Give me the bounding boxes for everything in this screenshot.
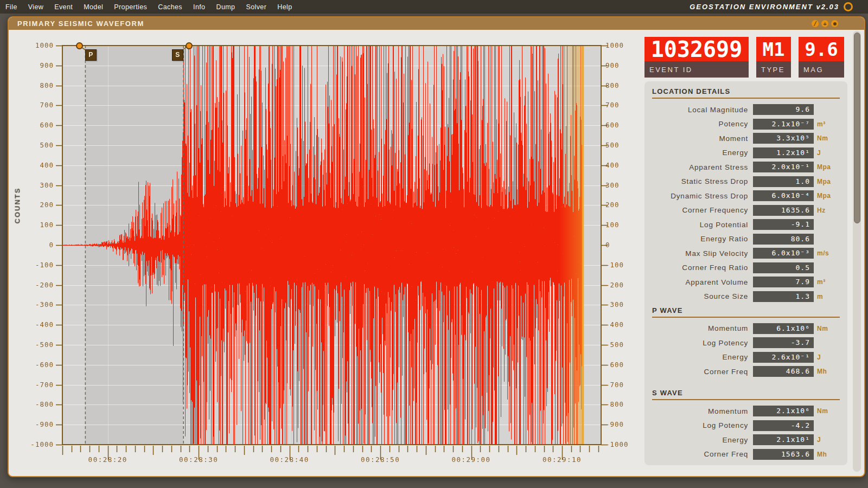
y-tick-label-right: -200 — [605, 281, 633, 289]
waveform-plot[interactable] — [9, 30, 641, 475]
row-unit: Hz — [814, 207, 840, 214]
row-value: 1563.6 — [753, 449, 814, 460]
row-label: Moment — [652, 134, 753, 143]
slash-icon: / — [812, 20, 819, 27]
menu-item-caches[interactable]: Caches — [152, 3, 188, 11]
row-value: 1.0 — [753, 176, 814, 187]
app-title: GEOSTATION ENVIRONMENT v2.03 — [690, 3, 839, 11]
detail-row: Momentum2.1x10⁶Nm — [652, 406, 840, 416]
row-value: 2.1x10⁻⁷ — [753, 119, 814, 130]
panel-scrollbar[interactable] — [853, 31, 861, 472]
plus-icon: + — [821, 20, 828, 27]
row-unit: Mpa — [814, 192, 840, 200]
row-value: 1.3 — [753, 291, 814, 302]
y-tick-label-left: 400 — [27, 161, 54, 169]
section-rule — [652, 317, 840, 318]
row-unit: Mpa — [814, 178, 840, 185]
detail-row: Energy1.2x10¹J — [652, 147, 840, 158]
detail-row: Local Magnitude9.6 — [652, 104, 840, 115]
x-tick-label: 00:29:10 — [535, 455, 589, 464]
menubar-items: FileViewEventModelPropertiesCachesInfoDu… — [0, 3, 298, 11]
event-id-value: 1032699 — [644, 37, 749, 61]
section-title: S WAVE — [652, 389, 840, 397]
row-value: 6.0x10⁻³ — [753, 248, 814, 259]
row-unit: m/s — [814, 249, 840, 257]
row-unit: Mpa — [814, 163, 840, 171]
y-tick-label-right: -400 — [605, 320, 633, 329]
row-value: 0.5 — [753, 262, 814, 273]
y-tick-label-right: 400 — [605, 161, 633, 169]
y-tick-label-left: 500 — [27, 141, 54, 149]
y-tick-label-left: 200 — [27, 201, 54, 209]
minimize-button[interactable]: / — [812, 20, 819, 27]
row-value: -4.2 — [753, 420, 814, 431]
panel-scrollbar-thumb[interactable] — [854, 33, 860, 223]
row-value: 9.6 — [753, 104, 814, 115]
y-tick-label-left: 100 — [27, 221, 54, 229]
y-tick-label-right: 600 — [605, 121, 633, 129]
menu-item-model[interactable]: Model — [78, 3, 108, 11]
row-value: 6.1x10⁶ — [753, 323, 814, 334]
s-pick-handle[interactable] — [186, 42, 193, 49]
detail-row: Dynamic Stress Drop6.0x10⁻⁴Mpa — [652, 190, 840, 201]
y-tick-label-left: -700 — [27, 381, 54, 389]
menu-item-dump[interactable]: Dump — [210, 3, 240, 11]
section-p-wave: P WAVEMomentum6.1x10⁶NmLog Potency-3.7En… — [652, 306, 840, 377]
close-button[interactable] — [831, 20, 838, 27]
menu-item-help[interactable]: Help — [272, 3, 297, 11]
y-tick-label-right: -700 — [605, 381, 633, 389]
row-value: 468.6 — [753, 366, 814, 377]
event-type-card: M1 TYPE — [756, 37, 791, 78]
seismic-window: PRIMARY SEISMIC WAVEFORM / + COUNTS 1000… — [8, 16, 865, 477]
y-tick-label-left: -500 — [27, 341, 54, 349]
y-tick-label-right: 100 — [605, 221, 633, 229]
menu-item-file[interactable]: File — [0, 3, 23, 11]
menu-item-view[interactable]: View — [23, 3, 49, 11]
p-pick-handle[interactable] — [76, 42, 83, 49]
y-tick-label-left: -600 — [27, 361, 54, 369]
detail-row: Apparent Volume7.9m³ — [652, 277, 840, 287]
menu-item-properties[interactable]: Properties — [108, 3, 152, 11]
row-value: 6.0x10⁻⁴ — [753, 190, 814, 201]
section-s-wave: S WAVEMomentum2.1x10⁶NmLog Potency-4.2En… — [652, 389, 840, 460]
detail-row: Log Potency-3.7 — [652, 337, 840, 348]
menu-item-solver[interactable]: Solver — [240, 3, 272, 11]
row-unit: J — [814, 149, 840, 157]
menu-item-event[interactable]: Event — [49, 3, 78, 11]
maximize-button[interactable]: + — [821, 20, 828, 27]
y-tick-label-left: 1000 — [27, 41, 54, 49]
menubar: FileViewEventModelPropertiesCachesInfoDu… — [0, 0, 868, 14]
y-tick-label-right: 500 — [605, 141, 633, 149]
row-label: Energy — [652, 436, 753, 444]
p-pick-label[interactable]: P — [85, 49, 97, 61]
row-value: 80.6 — [753, 234, 814, 245]
y-tick-label-left: -200 — [27, 281, 54, 289]
row-label: Energy Ratio — [652, 235, 753, 243]
detail-row: Corner Freq Ratio0.5 — [652, 262, 840, 273]
y-tick-label-right: 800 — [605, 81, 633, 89]
menu-item-info[interactable]: Info — [188, 3, 210, 11]
row-label: Corner Frequency — [652, 206, 753, 214]
y-tick-label-right: -100 — [605, 261, 633, 269]
y-tick-label-right: 300 — [605, 181, 633, 189]
event-id-card: 1032699 EVENT ID — [644, 37, 749, 78]
row-value: -9.1 — [753, 219, 814, 230]
row-value: 1635.6 — [753, 205, 814, 216]
row-value: 2.1x10¹ — [753, 434, 814, 445]
y-tick-label-right: 200 — [605, 201, 633, 209]
window-title: PRIMARY SEISMIC WAVEFORM — [9, 20, 144, 28]
detail-row: Corner Freq468.6Mh — [652, 366, 840, 377]
y-tick-label-right: 1000 — [605, 41, 633, 49]
row-unit: Nm — [814, 134, 840, 142]
detail-row: Max Slip Velocity6.0x10⁻³m/s — [652, 248, 840, 259]
row-label: Corner Freq — [652, 368, 753, 376]
y-tick-label-left: 800 — [27, 81, 54, 89]
y-tick-label-left: 900 — [27, 61, 54, 69]
window-titlebar[interactable]: PRIMARY SEISMIC WAVEFORM / + — [9, 17, 864, 30]
event-summary-cards: 1032699 EVENT ID M1 TYPE 9.6 MAG — [644, 37, 847, 78]
s-pick-label[interactable]: S — [172, 49, 183, 61]
detail-row: Log Potential-9.1 — [652, 219, 840, 230]
row-unit: Nm — [814, 407, 840, 415]
row-label: Corner Freq Ratio — [652, 264, 753, 272]
row-label: Momentum — [652, 407, 753, 415]
